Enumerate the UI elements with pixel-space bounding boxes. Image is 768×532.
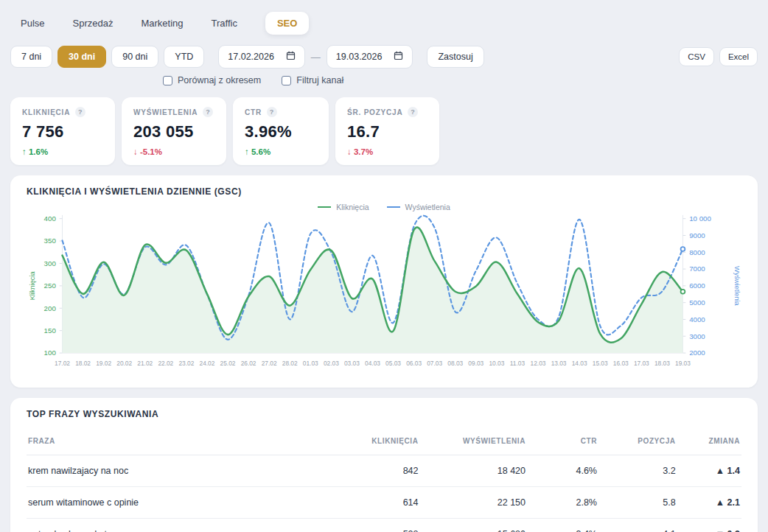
arrow-up-icon: ↑ — [22, 147, 27, 156]
cell-ctr: 4.6% — [527, 455, 598, 486]
filter-channel-checkbox[interactable] — [282, 76, 291, 85]
help-icon[interactable]: ? — [75, 107, 85, 117]
export-excel-button[interactable]: Excel — [719, 47, 758, 66]
svg-text:10.03: 10.03 — [489, 360, 504, 367]
cell-fraza: krem nawilzajacy na noc — [27, 455, 327, 486]
zmiana-value: 0.3 — [727, 529, 740, 532]
svg-text:01.03: 01.03 — [303, 360, 318, 367]
kpi-label: KLIKNIĘCIA ? — [22, 107, 103, 117]
svg-text:27.02: 27.02 — [262, 360, 277, 367]
daily-chart-svg: 1001502002503003504002000300040005000600… — [27, 211, 741, 379]
help-icon[interactable]: ? — [267, 107, 277, 117]
legend-item-wyswietlenia[interactable]: Wyświetlenia — [387, 203, 450, 211]
col-header-ctr: CTR — [527, 428, 598, 455]
date-to-input[interactable]: 19.03.2026 — [327, 45, 413, 69]
svg-text:18.03: 18.03 — [654, 360, 670, 367]
chart-legend: Kliknięcia Wyświetlenia — [27, 203, 741, 211]
filter-channel-label: Filtruj kanał — [296, 75, 343, 85]
svg-text:20.02: 20.02 — [116, 360, 132, 367]
svg-text:17.02: 17.02 — [55, 360, 70, 367]
legend-label: Wyświetlenia — [405, 203, 450, 211]
kpi-delta: ↓ -5.1% — [133, 147, 214, 156]
date-from-value: 17.02.2026 — [228, 52, 274, 62]
kpi-value: 7 756 — [22, 122, 103, 141]
range-7dni-button[interactable]: 7 dni — [10, 46, 52, 68]
svg-text:11.03: 11.03 — [510, 360, 526, 367]
svg-text:8000: 8000 — [689, 248, 705, 256]
compare-period-checkbox[interactable] — [163, 76, 172, 85]
svg-text:05.03: 05.03 — [385, 360, 401, 367]
kpi-label-text: ŚR. POZYCJA — [347, 108, 402, 116]
kpi-delta-value: 3.7% — [354, 147, 373, 156]
cell-ctr: 3.4% — [527, 518, 598, 532]
range-30dni-button[interactable]: 30 dni — [57, 46, 106, 68]
col-header-klikniecia: KLIKNIĘCIA — [327, 428, 419, 455]
svg-text:12.03: 12.03 — [531, 360, 546, 367]
date-range-separator: — — [311, 52, 321, 63]
tab-seo[interactable]: SEO — [265, 12, 309, 35]
cell-wyswietlenia: 15 680 — [419, 518, 527, 532]
kpi-cards: KLIKNIĘCIA ? 7 756 ↑ 1.6% WYŚWIETLENIA ?… — [10, 97, 758, 165]
svg-text:7000: 7000 — [689, 265, 705, 273]
svg-text:200: 200 — [44, 304, 57, 312]
date-from-input[interactable]: 17.02.2026 — [218, 45, 305, 69]
calendar-icon — [394, 51, 403, 63]
triangle-up-icon: ▲ — [716, 466, 725, 476]
svg-text:28.02: 28.02 — [282, 360, 298, 367]
toolbar-options: Porównaj z okresem Filtruj kanał — [163, 75, 758, 85]
table-title: TOP FRAZY WYSZUKIWANIA — [27, 409, 741, 419]
kpi-label-text: WYŚWIETLENIA — [133, 108, 198, 116]
help-icon[interactable]: ? — [408, 107, 418, 117]
filter-toolbar: 7 dni 30 dni 90 dni YTD 17.02.2026 — 19.… — [10, 45, 758, 69]
svg-text:400: 400 — [44, 214, 57, 223]
cell-pozycja: 3.2 — [598, 455, 677, 486]
col-header-pozycja: POZYCJA — [598, 428, 677, 455]
svg-text:300: 300 — [44, 259, 57, 267]
zmiana-value: 2.1 — [727, 497, 740, 508]
svg-text:16.03: 16.03 — [613, 360, 629, 367]
kpi-label-text: CTR — [245, 108, 262, 116]
svg-text:150: 150 — [44, 326, 57, 335]
cell-pozycja: 4.1 — [598, 518, 677, 532]
range-ytd-button[interactable]: YTD — [164, 46, 204, 68]
svg-text:5000: 5000 — [689, 298, 705, 307]
apply-button[interactable]: Zastosuj — [427, 46, 484, 68]
kpi-card-ctr: CTR ? 3.96% ↑ 5.6% — [233, 97, 329, 165]
zmiana-value: 1.4 — [727, 466, 740, 476]
cell-wyswietlenia: 18 420 — [419, 455, 527, 486]
tab-pulse[interactable]: Pulse — [21, 12, 45, 35]
cell-klikniecia: 614 — [327, 486, 419, 518]
kpi-value: 16.7 — [347, 122, 427, 141]
svg-text:3000: 3000 — [689, 332, 705, 340]
cell-zmiana: ▼ 0.3 — [677, 518, 741, 532]
compare-period-option: Porównaj z okresem — [163, 75, 261, 85]
legend-swatch-blue — [387, 206, 400, 208]
legend-swatch-green — [318, 206, 331, 208]
daily-chart-card: KLIKNIĘCIA I WYŚWIETLENIA DZIENNIE (GSC)… — [10, 175, 758, 388]
table-row: naturalny krem do twarzy 528 15 680 3.4%… — [27, 518, 741, 532]
kpi-value: 203 055 — [133, 122, 214, 141]
top-nav: Pulse Sprzedaż Marketing Traffic SEO — [10, 7, 758, 42]
svg-text:250: 250 — [44, 281, 57, 290]
tab-sprzedaz[interactable]: Sprzedaż — [73, 12, 114, 35]
help-icon[interactable]: ? — [203, 107, 213, 117]
svg-text:19.03: 19.03 — [675, 360, 691, 367]
table-header-row: FRAZA KLIKNIĘCIA WYŚWIETLENIA CTR POZYCJ… — [27, 428, 741, 455]
tab-traffic[interactable]: Traffic — [212, 12, 237, 35]
range-90dni-button[interactable]: 90 dni — [111, 46, 158, 68]
svg-text:19.02: 19.02 — [96, 360, 111, 367]
svg-text:13.03: 13.03 — [551, 360, 567, 367]
kpi-delta-value: 5.6% — [251, 147, 270, 156]
export-csv-button[interactable]: CSV — [679, 47, 714, 66]
svg-text:9000: 9000 — [689, 231, 705, 239]
svg-text:06.03: 06.03 — [406, 360, 422, 367]
col-header-zmiana: ZMIANA — [677, 428, 741, 455]
col-header-fraza: FRAZA — [27, 428, 327, 455]
kpi-value: 3.96% — [245, 122, 317, 141]
legend-item-klikniecia[interactable]: Kliknięcia — [318, 203, 369, 211]
cell-wyswietlenia: 22 150 — [419, 486, 527, 518]
kpi-label: CTR ? — [245, 107, 317, 117]
triangle-up-icon: ▲ — [716, 497, 725, 508]
cell-zmiana: ▲ 1.4 — [677, 455, 741, 486]
tab-marketing[interactable]: Marketing — [141, 12, 183, 35]
